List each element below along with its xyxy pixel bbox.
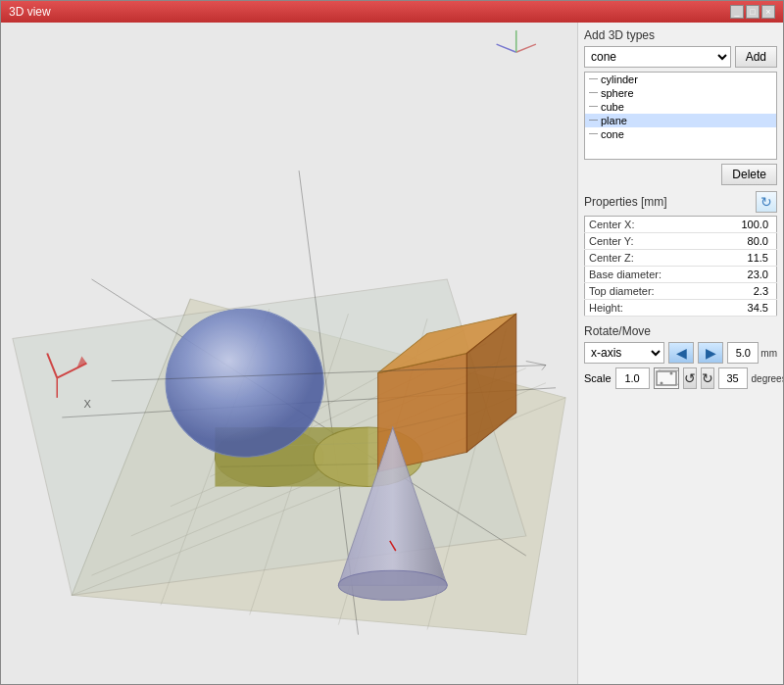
rotate-section: Rotate/Move x-axis y-axis z-axis ◀ ▶ mm … [584, 324, 777, 389]
type-dropdown[interactable]: cone cylinder sphere cube plane [584, 46, 731, 68]
rotate-cw-button[interactable]: ↻ [701, 367, 714, 389]
degrees-label: degrees [752, 373, 783, 384]
prop-key: Height: [585, 300, 683, 317]
move-right-button[interactable]: ▶ [698, 342, 723, 364]
scale-row: Scale ↺ [584, 367, 777, 389]
move-left-button[interactable]: ◀ [668, 342, 694, 364]
rotate-ccw-button[interactable]: ↺ [683, 367, 697, 389]
rotate-move-label: Rotate/Move [584, 324, 651, 338]
scale-value-input[interactable] [615, 367, 650, 389]
props-header: Properties [mm] ↻ [584, 191, 777, 213]
add-row: cone cylinder sphere cube plane Add [584, 46, 777, 68]
svg-point-50 [669, 372, 672, 375]
prop-value: 80.0 [683, 233, 777, 250]
prop-key: Center Z: [585, 250, 683, 267]
shapes-list[interactable]: cylinder sphere cube plane cone [584, 72, 777, 160]
maximize-button[interactable]: □ [746, 5, 760, 19]
svg-point-35 [338, 570, 447, 600]
prop-value: 11.5 [683, 250, 777, 267]
list-item[interactable]: cone [585, 127, 776, 141]
prop-value: 34.5 [683, 300, 777, 317]
table-row: Height: 34.5 [585, 300, 777, 317]
viewport-3d[interactable]: X [1, 23, 577, 684]
list-item[interactable]: cube [585, 100, 776, 114]
title-bar: 3D view _ □ × [1, 1, 783, 23]
list-item[interactable]: sphere [585, 86, 776, 100]
scale-label: Scale [584, 372, 612, 384]
delete-button[interactable]: Delete [721, 164, 777, 185]
list-item[interactable]: cylinder [585, 73, 776, 86]
scale-box [654, 367, 679, 389]
prop-key: Center Y: [585, 233, 683, 250]
table-row: Top diameter: 2.3 [585, 283, 777, 300]
degrees-value-input[interactable] [718, 367, 748, 389]
list-item[interactable]: plane [585, 114, 776, 127]
minimize-button[interactable]: _ [730, 5, 744, 19]
table-row: Base diameter: 23.0 [585, 267, 777, 283]
move-row: x-axis y-axis z-axis ◀ ▶ mm [584, 342, 777, 364]
window-title: 3D view [9, 5, 51, 19]
prop-value: 2.3 [683, 283, 777, 300]
add-section-label: Add 3D types [584, 28, 777, 42]
properties-table: Center X: 100.0 Center Y: 80.0 Center Z:… [584, 216, 777, 317]
table-row: Center Y: 80.0 [585, 233, 777, 250]
table-row: Center Z: 11.5 [585, 250, 777, 267]
content-area: X [1, 23, 783, 684]
add-button[interactable]: Add [735, 46, 777, 68]
svg-point-27 [166, 309, 323, 457]
prop-key: Base diameter: [585, 267, 683, 283]
add-section: Add 3D types cone cylinder sphere cube p… [584, 28, 777, 185]
move-value-input[interactable] [727, 342, 759, 364]
move-unit-label: mm [760, 348, 777, 359]
properties-section: Properties [mm] ↻ Center X: 100.0 Center… [584, 191, 777, 317]
delete-row: Delete [584, 164, 777, 185]
prop-key: Top diameter: [585, 283, 683, 300]
right-panel: Add 3D types cone cylinder sphere cube p… [577, 23, 783, 684]
svg-text:X: X [83, 398, 91, 410]
prop-value: 100.0 [683, 217, 777, 233]
main-window: 3D view _ □ × [0, 0, 784, 685]
svg-point-49 [660, 382, 662, 385]
svg-rect-43 [657, 371, 676, 385]
prop-key: Center X: [585, 217, 683, 233]
close-button[interactable]: × [761, 5, 775, 19]
title-bar-buttons: _ □ × [730, 5, 775, 19]
properties-label: Properties [mm] [584, 195, 667, 209]
refresh-button[interactable]: ↻ [756, 191, 777, 213]
axis-dropdown[interactable]: x-axis y-axis z-axis [584, 342, 664, 364]
table-row: Center X: 100.0 [585, 217, 777, 233]
prop-value: 23.0 [683, 267, 777, 283]
